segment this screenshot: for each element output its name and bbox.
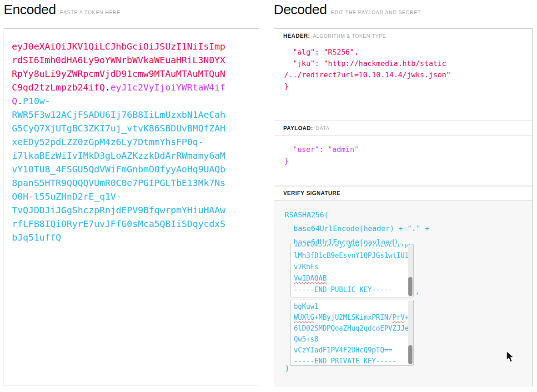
payload-section-label: PAYLOAD:	[283, 125, 313, 131]
private-key-text[interactable]: bgKuw1WUXlG+MByjU2MLSKimxPRIN/PrV+D6lD02…	[291, 300, 413, 366]
decoded-title: Decoded	[274, 2, 327, 17]
encoded-title: Encoded	[4, 2, 56, 17]
payload-section-row: PAYLOAD: DATA	[274, 121, 532, 136]
payload-section-sublabel: DATA	[316, 126, 329, 131]
payload-json-text[interactable]: "user": "admin" }	[274, 136, 532, 166]
header-json-text[interactable]: "alg": "RS256", "jku": "http://hackmedia…	[274, 43, 532, 92]
private-key-scrollbar-thumb[interactable]	[408, 345, 412, 364]
private-key-scrollbar[interactable]	[408, 301, 413, 365]
public-key-textarea[interactable]: 1D5V0mJJXTaj/gK0TJVYAEOEE1YpBlMh3fD1cB9e…	[290, 244, 414, 297]
public-key-text[interactable]: 1D5V0mJJXTaj/gK0TJVYAEOEE1YpBlMh3fD1cB9e…	[291, 244, 413, 296]
header-section-sublabel: ALGORITHM & TOKEN TYPE	[313, 33, 386, 39]
encoded-subtitle: PASTE A TOKEN HERE	[60, 10, 120, 15]
verify-signature-body: RSASHA256( base64UrlEncode(header) + "."…	[274, 201, 532, 387]
public-key-scrollbar[interactable]	[408, 245, 413, 297]
public-key-scrollbar-thumb[interactable]	[408, 277, 412, 296]
verify-comma: ,	[415, 287, 420, 296]
header-section-label: HEADER:	[283, 33, 310, 39]
verify-section-label: VERIFY SIGNATURE	[283, 190, 341, 196]
header-section-row: HEADER: ALGORITHM & TOKEN TYPE	[274, 29, 532, 43]
encoded-token-box[interactable]: eyJ0eXAiOiJKV1QiLCJhbGciOiJSUzI1NiIsImpr…	[4, 28, 259, 386]
encoded-token-input[interactable]: eyJ0eXAiOiJKV1QiLCJhbGciOiJSUzI1NiIsImpr…	[4, 29, 259, 244]
verify-algorithm-text: RSASHA256( base64UrlEncode(header) + "."…	[274, 201, 532, 249]
payload-json-editor[interactable]: "user": "admin" }	[274, 136, 532, 186]
header-json-editor[interactable]: "alg": "RS256", "jku": "http://hackmedia…	[274, 43, 532, 121]
mouse-cursor	[506, 351, 517, 363]
decoded-title-row: DecodedEDIT THE PAYLOAD AND SECRET	[274, 2, 421, 17]
encoded-title-row: EncodedPASTE A TOKEN HERE	[4, 2, 120, 17]
decoded-subtitle: EDIT THE PAYLOAD AND SECRET	[331, 10, 421, 15]
decoded-box: HEADER: ALGORITHM & TOKEN TYPE "alg": "R…	[274, 28, 533, 386]
private-key-textarea[interactable]: bgKuw1WUXlG+MByjU2MLSKimxPRIN/PrV+D6lD02…	[290, 300, 414, 366]
verify-close-paren: )	[285, 363, 290, 373]
verify-section-row: VERIFY SIGNATURE	[274, 186, 532, 201]
